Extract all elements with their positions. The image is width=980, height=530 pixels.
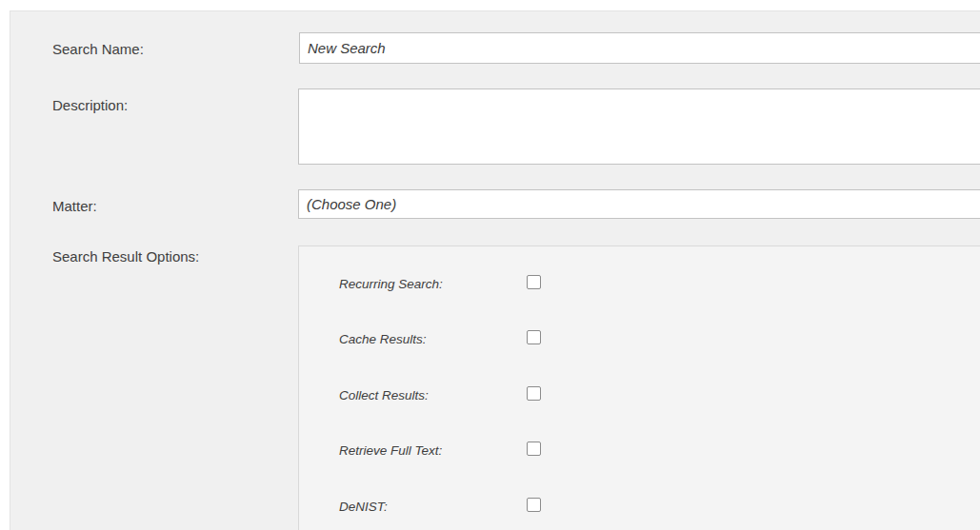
matter-select[interactable]: (Choose One)	[298, 189, 980, 219]
option-row-retrieve-full-text: Retrieve Full Text:	[339, 442, 720, 459]
collect-results-label: Collect Results:	[339, 388, 429, 402]
denist-label: DeNIST:	[339, 500, 388, 514]
matter-label: Matter:	[52, 198, 97, 214]
new-search-form-page: Search Name: Description: Matter: (Choos…	[0, 0, 980, 530]
retrieve-full-text-checkbox[interactable]	[527, 442, 541, 456]
option-row-recurring-search: Recurring Search:	[339, 275, 720, 292]
cache-results-label: Cache Results:	[339, 332, 427, 346]
description-textarea[interactable]	[298, 88, 980, 165]
recurring-search-label: Recurring Search:	[339, 277, 443, 291]
cache-results-checkbox[interactable]	[527, 330, 541, 344]
description-label: Description:	[52, 97, 128, 113]
search-name-input[interactable]	[299, 32, 980, 64]
collect-results-checkbox[interactable]	[527, 386, 541, 401]
option-row-cache-results: Cache Results:	[339, 330, 720, 347]
option-row-denist: DeNIST:	[339, 498, 720, 515]
option-row-collect-results: Collect Results:	[339, 386, 720, 403]
recurring-search-checkbox[interactable]	[527, 275, 541, 289]
search-result-options-label: Search Result Options:	[52, 248, 199, 265]
retrieve-full-text-label: Retrieve Full Text:	[339, 443, 442, 458]
search-name-label: Search Name:	[52, 41, 144, 57]
denist-checkbox[interactable]	[527, 498, 541, 512]
